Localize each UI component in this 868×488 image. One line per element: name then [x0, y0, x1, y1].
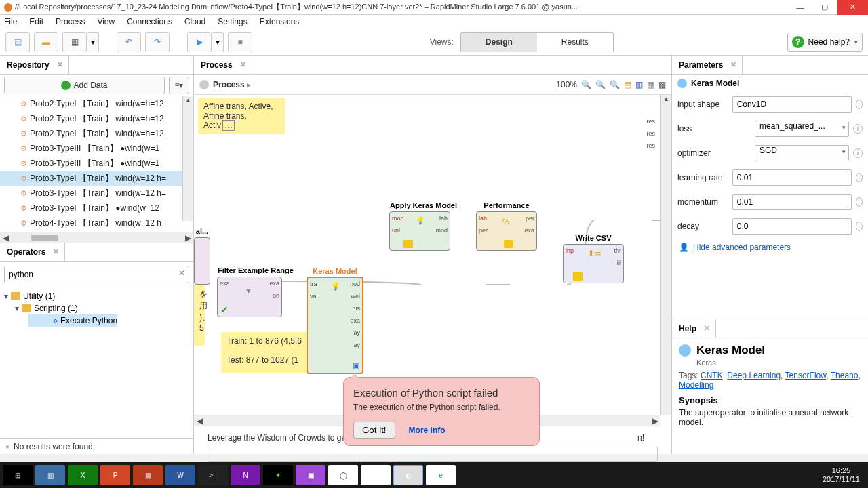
operators-search-input[interactable]: [4, 266, 189, 283]
scrollbar-vertical[interactable]: ▲: [182, 96, 193, 221]
repo-item[interactable]: Proto2-TypeI 【Train】 wind(w=h=12: [0, 96, 193, 111]
param-select[interactable]: SGD: [755, 145, 849, 161]
param-input[interactable]: [732, 169, 852, 186]
repo-item[interactable]: Proto3-TypeI 【Train】 wind(w=12 h=: [0, 171, 193, 186]
zoom-out-icon[interactable]: 🔍: [581, 80, 591, 89]
param-input[interactable]: [732, 96, 852, 113]
canvas-tool-icon[interactable]: ▤: [624, 80, 631, 89]
repo-item[interactable]: Proto3-TypeIII 【Train】 ●wind(w=1: [0, 141, 193, 156]
menu-edit[interactable]: Edit: [29, 17, 43, 26]
menu-file[interactable]: File: [4, 17, 17, 26]
close-icon[interactable]: ✕: [53, 247, 59, 256]
sticky-note[interactable]: を用 )、 5: [194, 285, 205, 346]
menu-process[interactable]: Process: [56, 17, 85, 26]
repo-item[interactable]: Proto2-TypeI 【Train】 wind(w=h=12: [0, 126, 193, 141]
new-button[interactable]: ▤: [5, 32, 30, 52]
taskbar-app[interactable]: ◯: [328, 465, 358, 485]
save-dropdown[interactable]: ▾: [87, 32, 99, 52]
operator-apply-keras[interactable]: Apply Keras Model mod unl lab mod 💡: [389, 211, 450, 251]
add-data-button[interactable]: +Add Data: [4, 77, 165, 94]
menu-view[interactable]: View: [97, 17, 115, 26]
close-icon[interactable]: ✕: [57, 60, 63, 69]
zoom-in-icon[interactable]: 🔍: [610, 80, 620, 89]
taskbar-app[interactable]: e: [426, 465, 456, 485]
canvas-tool-icon[interactable]: ▩: [658, 80, 666, 89]
taskbar-app[interactable]: W: [165, 465, 195, 485]
repo-view-button[interactable]: ≡▾: [169, 77, 189, 94]
close-icon[interactable]: ✕: [240, 60, 246, 69]
taskbar-app[interactable]: >_: [198, 465, 228, 485]
breadcrumb[interactable]: Process: [213, 80, 251, 89]
got-it-button[interactable]: Got it!: [353, 422, 395, 439]
info-icon[interactable]: i: [856, 173, 863, 182]
repo-item[interactable]: Proto4-TypeI 【Train】 wind(w=12 h=: [0, 216, 193, 230]
operator-node[interactable]: al...: [194, 237, 210, 285]
param-input[interactable]: [732, 218, 852, 235]
taskbar-app[interactable]: ✶: [263, 465, 293, 485]
close-button[interactable]: ✕: [837, 0, 868, 15]
hide-advanced-link[interactable]: Hide advanced parameters: [672, 239, 868, 256]
operator-keras-model[interactable]: Keras Model tra val mod wei his exa lay …: [307, 277, 363, 374]
info-icon[interactable]: i: [853, 124, 863, 134]
help-tag-link[interactable]: TensorFlow: [785, 371, 827, 380]
need-help-button[interactable]: ? Need help?: [787, 33, 863, 52]
taskbar-app[interactable]: P: [100, 465, 130, 485]
help-tag-link[interactable]: Modelling: [679, 380, 713, 390]
scrollbar-horizontal[interactable]: ◀▶: [0, 232, 193, 243]
save-button[interactable]: ▦: [62, 32, 87, 52]
taskbar-app[interactable]: N: [231, 465, 260, 485]
ops-folder-scripting[interactable]: ▾Scripting (1): [4, 302, 189, 314]
taskbar-app[interactable]: ▤: [133, 465, 163, 485]
help-tag-link[interactable]: Theano: [831, 371, 859, 380]
repo-item[interactable]: Proto3-TypeI 【Train】 wind(w=12 h=: [0, 186, 193, 201]
view-design[interactable]: Design: [461, 33, 537, 52]
menu-connections[interactable]: Connections: [127, 17, 172, 26]
menu-extensions[interactable]: Extensions: [260, 17, 300, 26]
view-results[interactable]: Results: [537, 33, 613, 52]
info-icon[interactable]: i: [856, 222, 863, 231]
info-icon[interactable]: i: [856, 100, 863, 109]
taskbar-app[interactable]: ▩: [361, 465, 391, 485]
help-tag-link[interactable]: CNTK: [701, 371, 723, 380]
param-input[interactable]: [732, 194, 852, 210]
operator-filter-example-range[interactable]: Filter Example Range exa exa ori ▼ ✔: [217, 277, 282, 317]
taskbar-app[interactable]: ◐: [393, 465, 423, 485]
info-icon[interactable]: i: [856, 197, 863, 207]
run-dropdown[interactable]: ▾: [212, 32, 224, 52]
canvas-tool-icon[interactable]: ▦: [647, 80, 654, 89]
taskbar-clock[interactable]: 16:252017/11/11: [823, 466, 865, 484]
more-info-link[interactable]: More info: [409, 426, 446, 435]
ops-leaf-execute-python[interactable]: ⟐Execute Python: [28, 314, 117, 327]
maximize-button[interactable]: ▢: [812, 0, 837, 15]
close-icon[interactable]: ✕: [730, 60, 736, 69]
start-button[interactable]: ⊞: [3, 465, 33, 485]
minimize-button[interactable]: —: [788, 0, 812, 15]
param-select[interactable]: mean_squared_...: [755, 121, 849, 137]
scrollbar-vertical[interactable]: ▲: [660, 95, 671, 415]
operator-write-csv[interactable]: Write CSV inp thr fil ⬆▭: [563, 244, 624, 283]
zoom-fit-icon[interactable]: 🔍: [595, 80, 606, 89]
menu-cloud[interactable]: Cloud: [184, 17, 205, 26]
canvas-tool-icon[interactable]: ▥: [635, 80, 643, 89]
menu-settings[interactable]: Settings: [218, 17, 247, 26]
repo-item[interactable]: Proto3-TypeI 【Train】 ●wind(w=12: [0, 201, 193, 216]
undo-button[interactable]: ↶: [117, 32, 141, 52]
open-button[interactable]: ▬: [34, 32, 58, 52]
run-button[interactable]: ▶: [187, 32, 212, 52]
info-icon[interactable]: i: [853, 148, 863, 158]
redo-button[interactable]: ↷: [145, 32, 170, 52]
close-icon[interactable]: ✕: [704, 324, 710, 333]
clear-icon[interactable]: ✕: [178, 268, 185, 278]
taskbar-app[interactable]: X: [68, 465, 98, 485]
sticky-note[interactable]: Affine trans, Active, Affine trans, Acti…: [198, 98, 285, 134]
operator-performance[interactable]: Performance lab per per exa %: [476, 211, 537, 251]
repo-item[interactable]: Proto2-TypeI 【Train】 wind(w=h=12: [0, 111, 193, 126]
repository-tree[interactable]: Proto2-TypeI 【Train】 wind(w=h=12Proto2-T…: [0, 96, 193, 232]
help-tag-link[interactable]: Deep Learning: [727, 371, 781, 380]
process-canvas[interactable]: Affine trans, Active, Affine trans, Acti…: [194, 95, 671, 426]
stop-button[interactable]: ■: [228, 32, 252, 52]
taskbar-app[interactable]: ▥: [35, 465, 65, 485]
repo-item[interactable]: Proto3-TypeIII 【Train】 ●wind(w=1: [0, 156, 193, 171]
ops-folder-utility[interactable]: ▾Utility (1): [4, 290, 189, 302]
taskbar-app[interactable]: ▣: [296, 465, 326, 485]
